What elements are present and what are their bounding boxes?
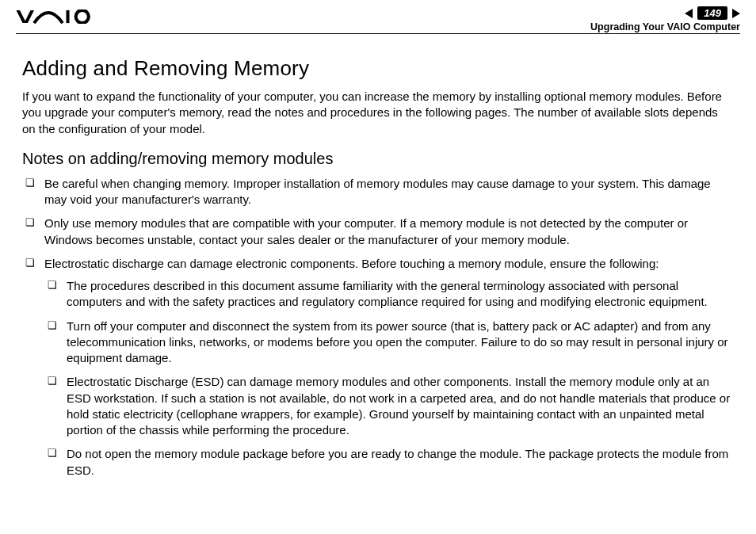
prev-page-arrow-icon[interactable] <box>685 9 693 18</box>
list-item: Turn off your computer and disconnect th… <box>44 318 734 367</box>
next-page-arrow-icon[interactable] <box>732 9 740 18</box>
svg-rect-0 <box>67 10 70 23</box>
list-item: Be careful when changing memory. Imprope… <box>22 176 734 208</box>
list-item: Do not open the memory module package be… <box>44 446 734 479</box>
header-right: 149 Upgrading Your VAIO Computer <box>590 6 740 32</box>
page-number: 149 <box>697 6 727 20</box>
intro-paragraph: If you want to expand the functionality … <box>22 89 734 137</box>
list-item: Electrostatic Discharge (ESD) can damage… <box>44 374 734 438</box>
svg-point-1 <box>76 10 89 23</box>
page-title: Adding and Removing Memory <box>22 56 734 81</box>
page-nav: 149 <box>590 6 740 20</box>
list-item: The procedures described in this documen… <box>44 278 734 311</box>
list-item: Electrostatic discharge can damage elect… <box>22 256 734 479</box>
page-header: 149 Upgrading Your VAIO Computer <box>0 0 756 32</box>
list-item: Only use memory modules that are compati… <box>22 216 734 248</box>
vaio-logo <box>16 10 95 24</box>
subsection-title: Notes on adding/removing memory modules <box>22 150 734 168</box>
notes-list: Be careful when changing memory. Imprope… <box>22 176 734 479</box>
sub-notes-list: The procedures described in this documen… <box>44 278 734 479</box>
list-item-text: Electrostatic discharge can damage elect… <box>44 257 659 270</box>
section-label: Upgrading Your VAIO Computer <box>590 21 740 32</box>
main-content: Adding and Removing Memory If you want t… <box>0 34 756 479</box>
